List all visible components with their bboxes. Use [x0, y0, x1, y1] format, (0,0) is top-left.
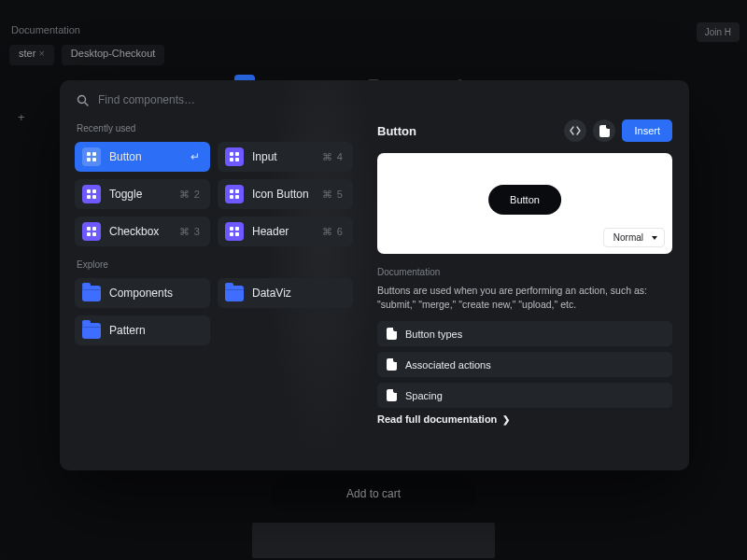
- component-glyph-icon: [225, 185, 244, 203]
- folder-label: Components: [109, 287, 173, 300]
- docs-button[interactable]: [593, 119, 615, 142]
- chevron-right-icon: ❯: [502, 414, 510, 425]
- doc-link-associated-actions[interactable]: Associated actions: [377, 352, 672, 377]
- documentation-text: Buttons are used when you are performing…: [377, 284, 672, 312]
- doc-link-spacing[interactable]: Spacing: [377, 383, 672, 408]
- shortcut-label: ⌘ 2: [179, 189, 201, 201]
- component-item-input[interactable]: Input ⌘ 4: [218, 142, 353, 172]
- explore-folder-pattern[interactable]: Pattern: [75, 315, 210, 345]
- component-glyph-icon: [82, 185, 101, 203]
- section-explore-label: Explore: [77, 259, 353, 270]
- component-preview: Button Normal: [377, 153, 672, 254]
- component-glyph-icon: [82, 147, 101, 166]
- addtocart-button[interactable]: Add to cart: [271, 476, 476, 511]
- svg-point-7: [78, 95, 86, 103]
- component-item-label: Button: [109, 150, 142, 163]
- component-glyph-icon: [225, 222, 244, 241]
- code-icon: [570, 126, 581, 135]
- search-input[interactable]: [98, 93, 285, 106]
- doc-link-label: Associated actions: [405, 359, 491, 371]
- shortcut-label: ⌘ 5: [322, 189, 344, 201]
- preview-button-sample: Button: [488, 185, 561, 215]
- read-full-documentation-link[interactable]: Read full documentation ❯: [377, 413, 672, 425]
- code-button[interactable]: [564, 119, 586, 142]
- detail-title: Button: [377, 124, 416, 138]
- doc-link-label: Spacing: [405, 390, 443, 401]
- canvas-preview-card: Add to cart: [252, 476, 495, 558]
- section-recent-label: Recently used: [77, 123, 353, 133]
- breadcrumb: Documentation: [11, 24, 80, 35]
- component-glyph-icon: [225, 147, 244, 166]
- folder-icon: [225, 286, 244, 301]
- component-item-checkbox[interactable]: Checkbox ⌘ 3: [75, 217, 210, 246]
- folder-label: Pattern: [109, 324, 146, 337]
- folder-icon: [82, 323, 101, 339]
- explore-folder-dataviz[interactable]: DataViz: [218, 278, 353, 308]
- shortcut-label: ⌘ 4: [322, 151, 344, 163]
- component-item-label: Icon Button: [252, 188, 309, 201]
- tab-master[interactable]: ster ×: [9, 45, 54, 65]
- insert-button[interactable]: Insert: [622, 119, 672, 142]
- folder-label: DataViz: [252, 287, 291, 300]
- component-item-icon-button[interactable]: Icon Button ⌘ 5: [218, 179, 353, 209]
- shortcut-label: ⌘ 3: [179, 226, 201, 238]
- shortcut-label: ↵: [190, 150, 201, 163]
- tab-desktop-checkout[interactable]: Desktop-Checkout: [62, 45, 165, 65]
- join-button[interactable]: Join H: [697, 22, 740, 42]
- document-icon: [387, 358, 397, 371]
- component-item-button[interactable]: Button ↵: [75, 142, 210, 172]
- shortcut-label: ⌘ 6: [322, 226, 344, 238]
- search-icon: [77, 94, 89, 106]
- folder-icon: [82, 286, 101, 301]
- doc-link-label: Button types: [405, 329, 462, 340]
- doc-link-button-types[interactable]: Button types: [377, 321, 672, 346]
- document-icon: [599, 125, 610, 137]
- component-item-header[interactable]: Header ⌘ 6: [218, 217, 353, 246]
- component-item-toggle[interactable]: Toggle ⌘ 2: [75, 179, 210, 209]
- documentation-section-label: Documentation: [377, 267, 672, 277]
- component-item-label: Header: [252, 225, 289, 238]
- component-picker-modal: Recently used Button ↵ Input ⌘ 4 Toggle …: [60, 80, 689, 470]
- sidebar-add-icon[interactable]: +: [18, 110, 25, 124]
- explore-folder-components[interactable]: Components: [75, 278, 210, 308]
- component-item-label: Checkbox: [109, 225, 159, 238]
- document-icon: [387, 328, 397, 340]
- component-item-label: Input: [252, 150, 277, 163]
- document-icon: [387, 389, 397, 401]
- tab-bar: ster × Desktop-Checkout: [0, 45, 747, 65]
- canvas-card-body: [252, 523, 495, 558]
- variant-select[interactable]: Normal: [603, 228, 665, 247]
- search-bar: [60, 93, 689, 118]
- component-item-label: Toggle: [109, 188, 142, 201]
- component-glyph-icon: [82, 222, 101, 241]
